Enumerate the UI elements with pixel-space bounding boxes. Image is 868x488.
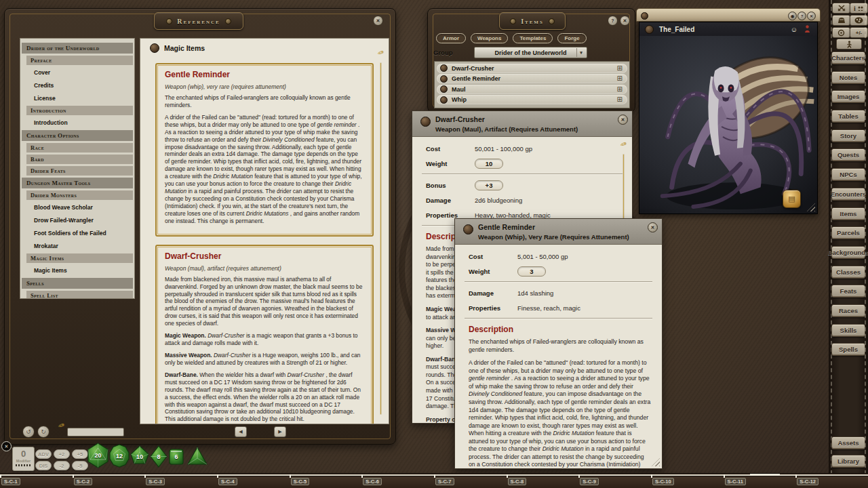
sidebar-button[interactable]: Items <box>831 207 865 220</box>
sidebar-button[interactable]: Parcels <box>831 226 865 239</box>
toc-entry[interactable]: Drider Feats <box>26 166 133 176</box>
item-row[interactable]: Gentle Reminder ⊞ <box>437 74 627 83</box>
toc-entry[interactable]: Credits <box>20 80 134 91</box>
items-tab[interactable]: Forge <box>557 33 586 43</box>
sidebar-button[interactable]: Backgrounds <box>831 246 865 259</box>
toc-entry[interactable]: Magic Items <box>20 265 134 276</box>
weight-field[interactable]: 3 <box>517 266 546 277</box>
item-window-icon[interactable]: ⊞ <box>617 65 623 72</box>
sidebar-button[interactable]: Quests <box>831 148 865 161</box>
close-icon[interactable]: ✕ <box>648 222 658 232</box>
smiley-icon[interactable]: ☺ <box>791 26 797 33</box>
clear-modifier-icon[interactable]: ✕ <box>1 441 12 451</box>
modifier-button[interactable]: +2 <box>54 449 70 459</box>
close-icon[interactable]: ✕ <box>373 16 383 26</box>
toc-entry[interactable]: Drider of the Underworld <box>22 43 133 54</box>
window-titlebar[interactable]: Gentle Reminder Weapon (Whip), Very Rare… <box>455 219 662 245</box>
record-link-icon[interactable] <box>440 64 448 72</box>
portrait-window-titlebar[interactable]: ◉ ? ✕ <box>636 8 821 22</box>
record-link-icon[interactable] <box>440 85 448 93</box>
hotbar-slot[interactable]: S-C-11 <box>724 474 796 488</box>
sidebar-button[interactable]: Story <box>831 129 865 142</box>
record-link-icon[interactable] <box>420 117 431 127</box>
items-window-title-plaque[interactable]: Items <box>499 12 566 30</box>
toc-entry[interactable]: Bard <box>26 155 133 164</box>
options-icon[interactable] <box>832 27 850 38</box>
hotbar-slot[interactable]: S-C-12 <box>795 474 868 488</box>
sidebar-button[interactable]: NPCs <box>831 168 865 181</box>
record-link-icon[interactable] <box>440 75 448 83</box>
die-d6[interactable]: 6 <box>168 447 184 466</box>
item-row[interactable]: Maul ⊞ <box>437 85 627 94</box>
toc-entry[interactable]: Foot Soldiers of the Failed <box>20 228 134 239</box>
hotbar-slot[interactable]: S-C-7 <box>434 474 507 488</box>
hotbar-slot[interactable]: S-C-1 <box>0 474 73 488</box>
hotbar-slot[interactable]: S-C-2 <box>73 474 145 488</box>
target-icon[interactable]: ◉ <box>788 12 797 20</box>
toc-entry[interactable]: Cover <box>20 67 134 78</box>
sidebar-button[interactable]: Characters <box>831 52 865 64</box>
toc-entry[interactable]: Spell List <box>26 291 133 299</box>
sidebar-button[interactable]: Tables <box>831 110 865 123</box>
prev-page-button[interactable]: ◀ <box>235 426 247 437</box>
items-tab[interactable]: Armor <box>436 33 466 43</box>
sidebar-button[interactable]: Images <box>831 90 865 103</box>
modifier-button[interactable]: ADV <box>35 449 52 459</box>
page-slider[interactable] <box>67 428 124 436</box>
toc-entry[interactable]: Blood Weave Scholar <box>20 202 134 213</box>
hotbar-slot[interactable]: S-C-5 <box>290 474 362 488</box>
hotbar-slot[interactable]: S-C-9 <box>578 474 651 488</box>
modifier-box[interactable]: 0 Modifier <box>12 447 35 471</box>
sidebar-button-library[interactable]: Library <box>831 455 865 468</box>
modifier-button[interactable]: -2 <box>54 461 70 470</box>
toc-entry[interactable]: Race <box>26 143 133 152</box>
toc-entry[interactable]: Dungeon Master Tools <box>22 178 133 188</box>
record-link-icon[interactable] <box>463 224 473 235</box>
hotbar-slot[interactable]: S-C-4 <box>217 474 290 488</box>
toc-entry[interactable]: Magic Items <box>26 253 133 263</box>
sidebar-button[interactable]: Spells <box>831 343 865 356</box>
sidebar-button[interactable]: Races <box>831 304 865 317</box>
toc-entry[interactable]: Drider Monsters <box>26 190 133 200</box>
sidebar-button[interactable]: Feats <box>831 285 865 298</box>
die-d10[interactable]: 10 <box>130 445 149 468</box>
history-back-button[interactable]: ↺ <box>22 426 35 438</box>
item-window-icon[interactable]: ⊞ <box>617 86 623 93</box>
chevron-down-icon[interactable]: ▾ <box>576 48 585 57</box>
hotbar-slot[interactable]: S-C-3 <box>144 474 217 488</box>
die-d12[interactable]: 12 <box>109 444 130 468</box>
toc-entry[interactable]: Mrokatar <box>20 241 134 251</box>
record-link-icon[interactable] <box>440 96 448 104</box>
modifier-button[interactable]: -5 <box>72 461 88 470</box>
toc-entry[interactable]: Introduction <box>26 106 133 115</box>
toc-entry[interactable]: Spells <box>22 278 133 289</box>
scrollbar-rail[interactable] <box>380 63 381 414</box>
sidebar-button[interactable]: Notes <box>831 71 865 84</box>
close-icon[interactable]: ✕ <box>807 12 816 20</box>
sidebar-button[interactable]: Skills <box>831 324 865 337</box>
toc-entry[interactable]: Introduction <box>20 117 134 128</box>
bonus-field[interactable]: +3 <box>475 180 503 190</box>
party-info-icon[interactable]: i <box>850 3 868 14</box>
history-forward-button[interactable]: ↻ <box>37 426 50 438</box>
help-icon[interactable]: ? <box>608 16 618 26</box>
tokens-icon[interactable] <box>850 15 868 26</box>
bag-icon[interactable] <box>832 15 850 26</box>
toc-entry[interactable]: Preface <box>26 56 133 65</box>
hotbar-slot[interactable]: S-C-8 <box>507 474 579 488</box>
sidebar-button[interactable]: Classes <box>831 266 865 279</box>
die-d8[interactable]: 8 <box>150 445 167 468</box>
record-link-icon[interactable] <box>150 43 159 53</box>
item-row[interactable]: Dwarf-Crusher ⊞ <box>437 64 627 73</box>
group-select[interactable]: Drider of the Underworld ▾ <box>474 47 587 58</box>
die-d4[interactable] <box>186 446 208 466</box>
close-icon[interactable]: ✕ <box>620 16 630 26</box>
help-icon[interactable]: ? <box>797 12 806 20</box>
items-tab[interactable]: Templates <box>513 33 553 43</box>
record-link-icon[interactable] <box>645 25 654 34</box>
window-titlebar[interactable]: Dwarf-Crusher Weapon (Maul), Artifact (R… <box>412 111 632 137</box>
reference-window-title-plaque[interactable]: Reference <box>154 12 243 30</box>
record-link-icon[interactable] <box>641 12 648 20</box>
toc-entry[interactable]: Drow Failed-Wrangler <box>20 215 134 226</box>
image-layers-button[interactable]: ▤ <box>783 190 801 208</box>
